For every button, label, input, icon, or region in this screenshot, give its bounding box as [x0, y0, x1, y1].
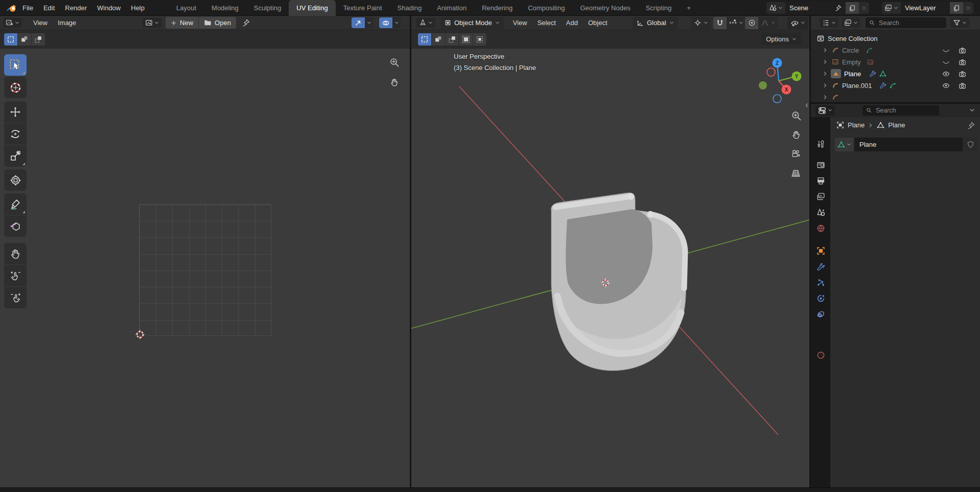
- uv-transform-tool[interactable]: [4, 169, 27, 191]
- properties-search-input[interactable]: [875, 106, 936, 115]
- tab-object[interactable]: [811, 243, 830, 258]
- camera-visibility-icon[interactable]: [959, 82, 966, 90]
- uv-editor-type-button[interactable]: [3, 18, 22, 28]
- uv-select-mode-new[interactable]: [4, 33, 17, 46]
- eye-open-icon[interactable]: [942, 70, 950, 78]
- uv-gizmos-toggle[interactable]: [352, 17, 373, 28]
- add-workspace-button[interactable]: +: [679, 0, 698, 16]
- tab-tool[interactable]: [811, 136, 830, 151]
- properties-editor-type-button[interactable]: [815, 105, 835, 116]
- outliner-row-scene-collection[interactable]: Scene Collection: [811, 33, 980, 44]
- camera-visibility-icon[interactable]: [959, 70, 966, 78]
- expand-icon[interactable]: [823, 83, 828, 88]
- uv-select-mode-subtract[interactable]: [32, 33, 45, 46]
- outliner-row-plane-001[interactable]: Plane.001: [811, 80, 980, 91]
- pin-id-icon[interactable]: [967, 122, 975, 129]
- tab-animation[interactable]: Animation: [429, 0, 474, 16]
- uv-select-mode-extend[interactable]: [18, 33, 31, 46]
- pin-icon[interactable]: [835, 5, 842, 11]
- tab-texture-paint[interactable]: Texture Paint: [336, 0, 390, 16]
- outliner-filter-button[interactable]: [950, 18, 969, 28]
- uv-rip-region-tool[interactable]: [4, 215, 27, 237]
- eye-closed-icon[interactable]: [942, 58, 950, 66]
- viewlayer-type-button[interactable]: [882, 2, 901, 14]
- uv-menu-image[interactable]: Image: [53, 19, 81, 27]
- uv-scale-tool[interactable]: [4, 145, 27, 167]
- outliner-display-mode-button[interactable]: [820, 18, 838, 28]
- scene-name-field[interactable]: Scene: [785, 2, 846, 14]
- expand-icon[interactable]: [823, 59, 828, 64]
- add-menu[interactable]: Add: [561, 19, 583, 27]
- uv-select-box-tool[interactable]: [4, 54, 27, 76]
- tab-world[interactable]: [811, 220, 830, 236]
- tab-physics[interactable]: [811, 290, 830, 306]
- eye-closed-icon[interactable]: [942, 47, 950, 54]
- tab-compositing[interactable]: Compositing: [520, 0, 572, 16]
- tab-shading[interactable]: Shading: [390, 0, 430, 16]
- outliner-row-clipped[interactable]: [811, 92, 980, 102]
- outliner-row-plane[interactable]: Plane: [811, 68, 980, 79]
- menu-window[interactable]: Window: [92, 4, 126, 12]
- outliner-search-input[interactable]: [878, 19, 943, 27]
- viewlayer-name-field[interactable]: ViewLayer: [901, 2, 950, 14]
- breadcrumb-data-name[interactable]: Plane: [888, 121, 905, 129]
- tab-layout[interactable]: Layout: [169, 0, 204, 16]
- viewport-collapse-icon[interactable]: [804, 103, 809, 108]
- pin-image-icon[interactable]: [242, 19, 250, 27]
- tab-particles[interactable]: [811, 275, 830, 290]
- viewport-pan-icon[interactable]: [791, 129, 802, 140]
- uv-zoom-out-gesture-tool[interactable]: [4, 287, 27, 308]
- tab-material[interactable]: [811, 347, 830, 363]
- scene-unlink-button[interactable]: [859, 2, 869, 14]
- tab-uv-editing[interactable]: UV Editing: [289, 0, 335, 16]
- snap-toggle[interactable]: [713, 17, 727, 29]
- uv-pan-view-tool[interactable]: [4, 243, 27, 264]
- expand-icon[interactable]: [823, 48, 828, 53]
- outliner-row-empty[interactable]: Empty: [811, 56, 980, 68]
- uv-zoom-icon[interactable]: [389, 57, 400, 68]
- tab-scene[interactable]: [811, 205, 830, 220]
- viewport-ortho-toggle-icon[interactable]: [790, 168, 801, 178]
- properties-search[interactable]: [862, 105, 939, 116]
- uv-editor-viewport[interactable]: [0, 30, 410, 487]
- pivot-point-selector[interactable]: [691, 17, 711, 29]
- tab-rendering[interactable]: Rendering: [474, 0, 520, 16]
- new-image-button[interactable]: New: [166, 17, 199, 29]
- mesh-id-type-button[interactable]: [835, 138, 854, 151]
- tab-modeling[interactable]: Modeling: [204, 0, 246, 16]
- menu-edit[interactable]: Edit: [38, 4, 60, 12]
- navigation-gizmo[interactable]: Z Y X: [758, 56, 804, 105]
- viewlayer-copy-button[interactable]: [950, 2, 963, 14]
- select-menu[interactable]: Select: [532, 19, 561, 27]
- tab-constraints[interactable]: [811, 306, 830, 322]
- menu-help[interactable]: Help: [126, 4, 150, 12]
- tab-view-layer[interactable]: [811, 189, 830, 204]
- camera-visibility-icon[interactable]: [959, 47, 966, 54]
- breadcrumb-object-name[interactable]: Plane: [848, 121, 865, 129]
- uv-rotate-tool[interactable]: [4, 123, 27, 145]
- tab-sculpting[interactable]: Sculpting: [246, 0, 289, 16]
- scene-copy-button[interactable]: [846, 2, 859, 14]
- mesh-name-input[interactable]: [858, 140, 959, 149]
- tab-scripting[interactable]: Scripting: [638, 0, 680, 16]
- proportional-falloff-selector[interactable]: [758, 17, 778, 29]
- outliner-row-circle[interactable]: Circle: [811, 44, 980, 56]
- camera-visibility-icon[interactable]: [959, 58, 966, 66]
- menu-file[interactable]: File: [17, 4, 38, 12]
- uv-cursor-tool[interactable]: [4, 77, 27, 98]
- uv-annotate-tool[interactable]: [4, 193, 27, 215]
- fake-user-button[interactable]: [963, 138, 978, 151]
- open-image-button[interactable]: Open: [199, 17, 236, 29]
- uv-move-tool[interactable]: [4, 101, 27, 123]
- eye-open-icon[interactable]: [942, 82, 950, 90]
- scene-type-button[interactable]: [766, 2, 785, 14]
- viewlayer-remove-button[interactable]: [963, 2, 973, 14]
- uv-zoom-gesture-tool[interactable]: [4, 265, 27, 286]
- uv-overlays-toggle[interactable]: [379, 17, 401, 28]
- outliner-search[interactable]: [866, 17, 946, 28]
- mode-selector[interactable]: Object Mode: [440, 17, 504, 29]
- transform-orientation-selector[interactable]: Global: [633, 17, 678, 29]
- snap-with-selector[interactable]: [727, 17, 746, 29]
- mesh-name-field[interactable]: [854, 138, 963, 151]
- image-browse-button[interactable]: [143, 18, 161, 28]
